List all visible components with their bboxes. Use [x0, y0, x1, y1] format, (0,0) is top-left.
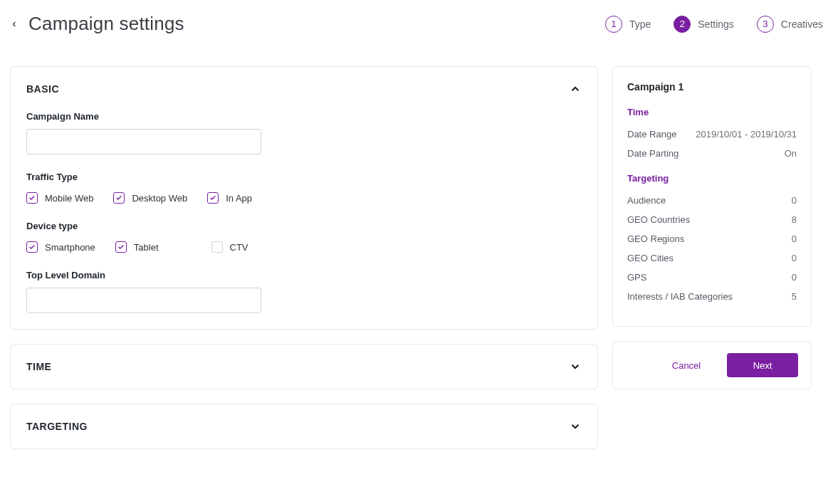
section-targeting: TARGETING [10, 404, 598, 449]
summary-row-value: 8 [792, 214, 797, 225]
summary-row-value: 0 [792, 253, 797, 263]
summary-row: GEO Countries 8 [627, 210, 797, 229]
summary-row-key: Audience [627, 195, 666, 206]
checkbox-icon [26, 241, 38, 253]
summary-row-value: 0 [792, 272, 797, 283]
campaign-name-label: Campaign Name [26, 111, 582, 122]
traffic-type-desktop-web[interactable]: Desktop Web [113, 192, 187, 204]
traffic-type-in-app[interactable]: In App [207, 192, 252, 204]
summary-row-value: 5 [792, 291, 797, 302]
checkbox-label: Mobile Web [45, 193, 93, 204]
section-time: TIME [10, 344, 598, 389]
checkbox-label: In App [226, 193, 252, 204]
step-label: Creatives [781, 19, 823, 30]
summary-row-key: GEO Countries [627, 214, 690, 225]
step-label: Settings [698, 19, 734, 30]
device-type-label: Device type [26, 221, 582, 231]
summary-row: GEO Cities 0 [627, 248, 797, 268]
checkbox-icon [211, 241, 223, 253]
summary-card: Campaign 1 Time Date Range 2019/10/01 - … [612, 66, 812, 327]
chevron-down-icon [569, 360, 582, 373]
checkbox-icon [115, 241, 127, 253]
section-basic: BASIC Campaign Name Traffic Type [10, 66, 598, 330]
checkbox-icon [113, 192, 125, 204]
step-type[interactable]: 1 Type [605, 16, 651, 33]
traffic-type-mobile-web[interactable]: Mobile Web [26, 192, 93, 204]
chevron-down-icon [569, 420, 582, 433]
summary-row: GPS 0 [627, 268, 797, 287]
section-time-header[interactable]: TIME [11, 345, 597, 389]
step-creatives[interactable]: 3 Creatives [757, 16, 823, 33]
step-number: 1 [605, 16, 622, 33]
traffic-type-label: Traffic Type [26, 172, 582, 182]
summary-title: Campaign 1 [627, 81, 797, 93]
section-title: TIME [26, 361, 51, 372]
tld-label: Top Level Domain [26, 270, 582, 280]
summary-row-value: 2019/10/01 - 2019/10/31 [696, 129, 797, 140]
section-title: TARGETING [26, 421, 88, 432]
device-type-smartphone[interactable]: Smartphone [26, 241, 95, 253]
summary-row: Date Range 2019/10/01 - 2019/10/31 [627, 125, 797, 144]
step-number: 3 [757, 16, 774, 33]
page-title: Campaign settings [28, 13, 184, 35]
section-basic-header[interactable]: BASIC [11, 67, 597, 111]
summary-row: GEO Regions 0 [627, 229, 797, 248]
page-header: Campaign settings 1 Type 2 Settings 3 Cr… [10, 13, 823, 35]
summary-row-key: GEO Cities [627, 253, 674, 263]
chevron-up-icon [569, 83, 582, 95]
checkbox-label: Desktop Web [132, 193, 187, 204]
step-settings[interactable]: 2 Settings [674, 16, 734, 33]
section-targeting-header[interactable]: TARGETING [11, 404, 597, 448]
wizard-steps: 1 Type 2 Settings 3 Creatives [605, 16, 823, 33]
checkbox-icon [207, 192, 219, 204]
checkbox-label: Smartphone [45, 242, 95, 253]
campaign-name-input[interactable] [26, 129, 261, 154]
summary-row-value: 0 [792, 233, 797, 244]
next-button[interactable]: Next [727, 353, 798, 377]
summary-row-key: GEO Regions [627, 233, 684, 244]
device-type-ctv[interactable]: CTV [211, 241, 248, 253]
step-label: Type [629, 19, 651, 30]
tld-input[interactable] [26, 288, 261, 313]
step-number: 2 [674, 16, 691, 33]
summary-heading-targeting: Targeting [627, 173, 797, 184]
summary-row-key: Date Parting [627, 148, 679, 159]
summary-row: Date Parting On [627, 144, 797, 163]
checkbox-label: CTV [230, 242, 248, 253]
section-title: BASIC [26, 83, 59, 95]
summary-row-key: GPS [627, 272, 646, 283]
back-chevron-icon[interactable] [10, 20, 19, 28]
actions-card: Cancel Next [612, 341, 812, 389]
summary-heading-time: Time [627, 107, 797, 117]
device-type-tablet[interactable]: Tablet [115, 241, 159, 253]
summary-row: Audience 0 [627, 191, 797, 210]
summary-row-value: 0 [792, 195, 797, 206]
cancel-button[interactable]: Cancel [654, 353, 718, 377]
summary-row: Interests / IAB Categories 5 [627, 287, 797, 306]
summary-row-key: Interests / IAB Categories [627, 291, 733, 302]
summary-row-key: Date Range [627, 129, 676, 140]
checkbox-icon [26, 192, 38, 204]
checkbox-label: Tablet [134, 242, 159, 253]
summary-row-value: On [785, 148, 797, 159]
